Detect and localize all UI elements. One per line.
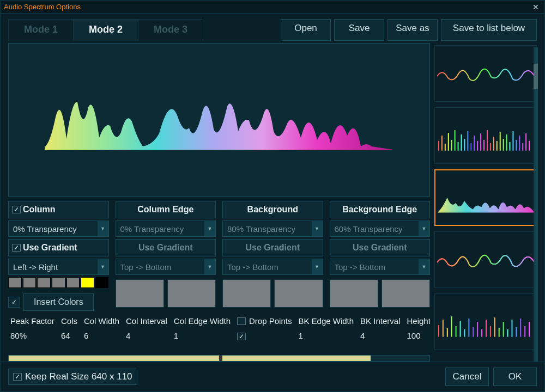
chevron-down-icon[interactable]: ▼ bbox=[204, 221, 215, 236]
swatch[interactable] bbox=[37, 277, 51, 288]
background-edge-transparency-combo[interactable]: 60% Transparency ▼ bbox=[330, 220, 431, 237]
tab-mode-3[interactable]: Mode 3 bbox=[138, 20, 203, 41]
keep-real-size-checkbox[interactable] bbox=[13, 373, 22, 381]
ok-button[interactable]: OK bbox=[493, 367, 537, 386]
swatch[interactable] bbox=[382, 279, 430, 308]
column-header-label: Column bbox=[23, 205, 105, 215]
progress-track bbox=[9, 356, 371, 361]
titlebar: Audio Spectrum Options ✕ bbox=[1, 1, 544, 14]
swatch[interactable] bbox=[8, 277, 22, 288]
svg-rect-44 bbox=[503, 322, 504, 337]
close-icon[interactable]: ✕ bbox=[530, 3, 541, 11]
swatch[interactable] bbox=[52, 277, 65, 288]
svg-rect-10 bbox=[470, 143, 471, 151]
keep-real-size-label: Keep Real Size 640 x 110 bbox=[25, 371, 132, 382]
column-edge-direction-combo[interactable]: Top -> Bottom ▼ bbox=[116, 259, 216, 275]
chevron-down-icon[interactable]: ▼ bbox=[98, 259, 108, 274]
insert-colors-button[interactable]: Insert Colors bbox=[23, 293, 94, 311]
svg-rect-35 bbox=[464, 329, 465, 337]
footer: Keep Real Size 640 x 110 Cancel OK bbox=[1, 362, 544, 391]
chevron-down-icon[interactable]: ▼ bbox=[312, 221, 323, 236]
svg-rect-48 bbox=[520, 318, 521, 337]
chevron-down-icon[interactable]: ▼ bbox=[204, 259, 215, 274]
column-edge-use-gradient: Use Gradient bbox=[116, 239, 216, 256]
column-direction-combo[interactable]: Left -> Right ▼ bbox=[8, 259, 109, 275]
preset-0[interactable] bbox=[434, 45, 537, 102]
preset-1[interactable] bbox=[434, 107, 537, 164]
chevron-down-icon[interactable]: ▼ bbox=[419, 259, 429, 274]
swatch[interactable] bbox=[81, 277, 94, 288]
param-col-edge-width: Col Edge Width 1 bbox=[172, 316, 233, 347]
chevron-down-icon[interactable]: ▼ bbox=[312, 259, 323, 274]
tab-mode-1[interactable]: Mode 1 bbox=[9, 20, 74, 41]
scrollbar-thumb[interactable] bbox=[534, 64, 538, 89]
save-to-list-button[interactable]: Save to list below bbox=[441, 19, 537, 41]
svg-rect-4 bbox=[451, 140, 452, 151]
column-use-gradient-checkbox[interactable] bbox=[12, 244, 21, 252]
insert-colors-checkbox[interactable] bbox=[8, 297, 20, 308]
control-col-column: Column 0% Transparency ▼ Use Gradient Le… bbox=[8, 201, 109, 311]
progress-bar[interactable] bbox=[8, 355, 430, 362]
swatch[interactable] bbox=[66, 277, 80, 288]
chevron-down-icon[interactable]: ▼ bbox=[419, 221, 429, 236]
svg-rect-45 bbox=[507, 329, 508, 337]
swatch[interactable] bbox=[330, 279, 378, 308]
main-row: Column 0% Transparency ▼ Use Gradient Le… bbox=[1, 43, 544, 362]
svg-rect-25 bbox=[519, 136, 520, 151]
svg-rect-37 bbox=[473, 327, 474, 337]
open-button[interactable]: Open bbox=[281, 19, 331, 41]
preset-sidebar bbox=[434, 43, 537, 362]
swatch[interactable] bbox=[23, 277, 37, 288]
svg-rect-12 bbox=[477, 141, 478, 151]
background-edge-direction-combo[interactable]: Top -> Bottom ▼ bbox=[330, 259, 431, 275]
column-checkbox[interactable] bbox=[12, 206, 21, 213]
param-height: Height 100 bbox=[404, 316, 430, 347]
svg-rect-0 bbox=[438, 141, 439, 151]
svg-rect-31 bbox=[447, 328, 448, 337]
param-row: Peak Factor 80% Cols 64 Col Width 6 Col … bbox=[8, 316, 430, 347]
swatch[interactable] bbox=[116, 279, 164, 308]
background-edge-swatches bbox=[330, 279, 431, 308]
param-col-width: Col Width 6 bbox=[82, 316, 122, 347]
svg-rect-42 bbox=[494, 317, 495, 337]
tab-mode-2[interactable]: Mode 2 bbox=[74, 20, 138, 41]
svg-rect-14 bbox=[483, 140, 485, 151]
svg-rect-24 bbox=[516, 140, 517, 151]
column-transparency-combo[interactable]: 0% Transparency ▼ bbox=[8, 220, 109, 237]
cancel-button[interactable]: Cancel bbox=[445, 367, 489, 386]
svg-rect-27 bbox=[525, 133, 526, 151]
svg-rect-26 bbox=[522, 143, 523, 151]
svg-rect-33 bbox=[456, 326, 457, 337]
window: Audio Spectrum Options ✕ Mode 1 Mode 2 M… bbox=[0, 0, 545, 392]
preset-2[interactable] bbox=[434, 169, 537, 226]
preset-scrollbar[interactable] bbox=[534, 47, 538, 362]
background-direction-combo[interactable]: Top -> Bottom ▼ bbox=[222, 259, 323, 275]
chevron-down-icon[interactable]: ▼ bbox=[98, 221, 108, 236]
swatch[interactable] bbox=[222, 279, 271, 308]
svg-rect-41 bbox=[490, 326, 491, 337]
svg-rect-3 bbox=[448, 133, 449, 151]
svg-rect-15 bbox=[487, 130, 488, 151]
svg-rect-29 bbox=[438, 325, 439, 337]
column-edge-transparency-combo[interactable]: 0% Transparency ▼ bbox=[116, 220, 216, 237]
preset-3[interactable] bbox=[434, 231, 537, 288]
preset-4[interactable] bbox=[434, 293, 537, 350]
swatch[interactable] bbox=[167, 279, 216, 308]
drop-points-checkbox[interactable] bbox=[237, 317, 246, 325]
swatch[interactable] bbox=[274, 279, 323, 308]
svg-rect-2 bbox=[445, 144, 446, 151]
progress-handle[interactable] bbox=[219, 356, 222, 361]
swatch[interactable] bbox=[95, 277, 109, 288]
svg-rect-5 bbox=[455, 130, 456, 151]
svg-rect-30 bbox=[443, 320, 444, 337]
left-column: Column 0% Transparency ▼ Use Gradient Le… bbox=[8, 43, 430, 362]
param-peak-factor: Peak Factor 80% bbox=[8, 316, 57, 347]
background-use-gradient: Use Gradient bbox=[222, 239, 323, 256]
background-edge-header: Background Edge bbox=[330, 201, 431, 218]
background-transparency-combo[interactable]: 80% Transparency ▼ bbox=[222, 220, 323, 237]
save-as-button[interactable]: Save as bbox=[387, 19, 438, 41]
column-header: Column bbox=[8, 201, 109, 218]
save-button[interactable]: Save bbox=[334, 19, 384, 41]
drop-points-value-checkbox[interactable] bbox=[237, 333, 246, 340]
svg-rect-50 bbox=[529, 322, 530, 337]
